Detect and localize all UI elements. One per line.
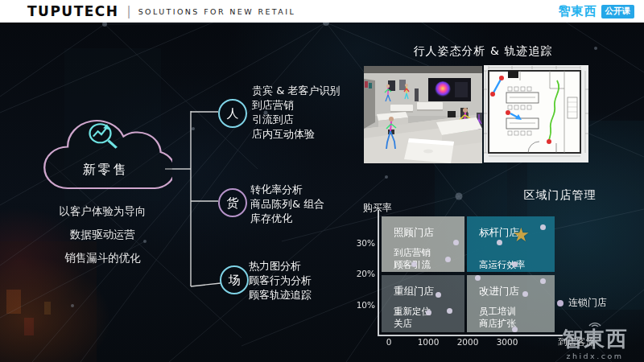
x-tick-label: 1000 <box>418 337 440 347</box>
x-tick-label: 0 <box>386 337 392 347</box>
principles-list: 以客户体验为导向数据驱动运营销售漏斗的优化 <box>28 204 177 274</box>
floorplan-figure <box>484 65 588 162</box>
place-item: 顾客轨迹追踪 <box>249 288 312 302</box>
store-point <box>497 240 502 245</box>
quadrant-action: 关店 <box>394 318 458 330</box>
store-point <box>522 291 528 297</box>
quadrant-restructure-stores: 重组门店 重新定位关店 <box>382 275 464 332</box>
legend-label: 连锁门店 <box>568 296 607 310</box>
watermark-brand: 智東西 <box>551 327 639 351</box>
place-item: 顾客行为分析 <box>249 274 312 288</box>
y-axis-line <box>378 210 379 336</box>
store-point <box>426 310 431 315</box>
wifi-icon <box>558 2 569 9</box>
y-tick-label: 30% <box>354 238 375 248</box>
quadrant-care-stores: 照顾门店 到店营销顾客引流 <box>382 216 464 272</box>
zhidx-brand: 智東西 公开课 <box>559 4 635 19</box>
quadrant-title: 照顾门店 <box>394 226 458 240</box>
place-items: 热力图分析顾客行为分析顾客轨迹追踪 <box>249 259 312 302</box>
pillar-label-goods: 货 <box>227 195 239 211</box>
cloud-title: 新零售 <box>63 162 148 179</box>
watermark-domain: zhidx.com <box>551 352 639 360</box>
quadrant-action: 员工培训 <box>479 306 548 318</box>
slide: TUPUTECH | SOLUTIONS FOR NEW RETAIL 智東西 … <box>0 0 644 362</box>
y-tick-label: 20% <box>354 269 375 278</box>
quadrant-title: 重组门店 <box>394 285 458 298</box>
people-item: 到店营销 <box>252 98 340 113</box>
people-items: 贵宾 & 老客户识别到店营销引流到店店内互动体验 <box>252 84 340 142</box>
store-point <box>540 278 546 284</box>
legend-dot-icon <box>557 300 564 306</box>
store-cctv-figure <box>364 66 482 163</box>
new-retail-cloud <box>39 113 172 195</box>
store-point <box>540 224 546 230</box>
tuputech-logo: TUPUTECH <box>27 3 119 19</box>
pillar-label-place: 场 <box>229 273 241 288</box>
principle-item: 销售漏斗的优化 <box>28 250 177 265</box>
tracking-title: 行人姿态分析 & 轨迹追踪 <box>378 44 588 59</box>
principle-item: 数据驱动运营 <box>28 227 177 241</box>
x-axis-line <box>378 335 563 336</box>
x-tick-label: 2000 <box>457 337 479 347</box>
wifi-icon <box>586 319 604 327</box>
place-item: 热力图分析 <box>249 259 312 274</box>
y-tick-label: 10% <box>354 300 375 310</box>
pillar-circle-goods: 货 <box>218 188 247 217</box>
principle-item: 以客户体验为导向 <box>28 204 177 218</box>
goods-item: 库存优化 <box>250 212 324 226</box>
goods-item: 商品陈列& 组合 <box>250 197 324 212</box>
open-class-badge: 公开课 <box>601 5 635 19</box>
goods-item: 转化率分析 <box>250 183 324 197</box>
benchmark-star-icon: ★ <box>513 225 530 245</box>
people-item: 贵宾 & 老客户识别 <box>252 84 340 98</box>
pillar-label-people: 人 <box>227 106 239 121</box>
header-bar: TUPUTECH | SOLUTIONS FOR NEW RETAIL 智東西 … <box>0 0 644 23</box>
pillar-circle-place: 场 <box>220 265 249 294</box>
store-point <box>475 275 481 281</box>
people-item: 店内互动体验 <box>252 127 340 142</box>
logo-separator: | <box>127 4 131 19</box>
chart-legend: 连锁门店 <box>557 296 607 310</box>
zhidx-watermark: 智東西 zhidx.com <box>551 312 639 360</box>
goods-items: 转化率分析商品陈列& 组合库存优化 <box>250 183 324 226</box>
quadrant-title: 改进门店 <box>479 285 548 298</box>
pillar-circle-people: 人 <box>218 99 247 128</box>
people-item: 引流到店 <box>252 113 340 127</box>
x-tick-label: 3000 <box>497 337 518 347</box>
header-tagline: SOLUTIONS FOR NEW RETAIL <box>138 6 295 16</box>
store-point <box>453 240 459 245</box>
